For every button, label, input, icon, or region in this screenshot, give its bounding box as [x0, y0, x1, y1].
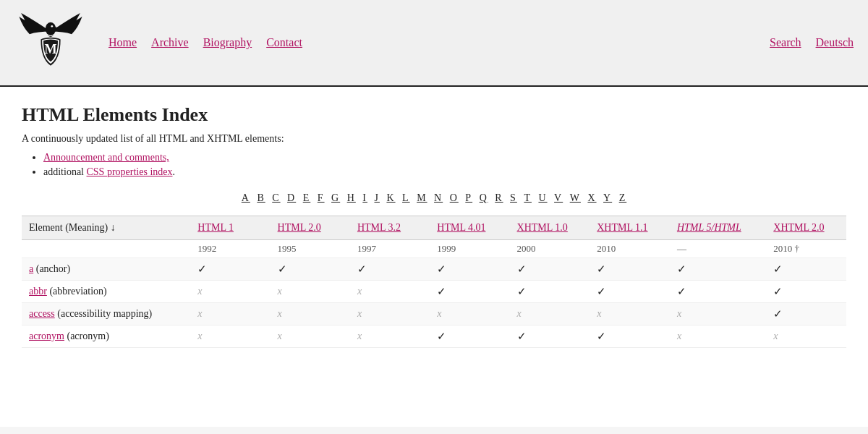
nav-home[interactable]: Home [109, 36, 137, 49]
alpha-link-h[interactable]: H [347, 192, 356, 203]
content: HTML Elements Index A continuously updat… [0, 87, 868, 427]
element-cell: access (accessibility mapping) [22, 303, 190, 326]
alpha-link-j[interactable]: J [374, 192, 379, 203]
value-cell: ✓ [430, 326, 509, 348]
year-1997: 1997 [350, 240, 430, 258]
element-cell: acronym (acronym) [22, 326, 190, 348]
nav-biography[interactable]: Biography [203, 36, 252, 49]
element-cell: abbr (abbreviation) [22, 281, 190, 303]
header-left: M Home Archive Biography Contact [14, 7, 302, 79]
search-link[interactable]: Search [770, 36, 801, 49]
value-cell: ✓ [590, 258, 670, 281]
year-empty [22, 240, 190, 258]
header: M Home Archive Biography Contact Search … [0, 0, 868, 87]
site-logo: M [14, 7, 87, 79]
alpha-link-p[interactable]: P [465, 192, 472, 203]
alpha-link-d[interactable]: D [287, 192, 296, 203]
alpha-link-c[interactable]: C [272, 192, 280, 203]
alpha-link-k[interactable]: K [386, 192, 395, 203]
element-cell: a (anchor) [22, 258, 190, 281]
deutsch-link[interactable]: Deutsch [816, 36, 854, 49]
col-element: Element (Meaning) ↓ [22, 216, 190, 240]
value-cell: x [670, 326, 766, 348]
table-body: a (anchor)✓✓✓✓✓✓✓✓abbr (abbreviation)xxx… [22, 258, 846, 348]
value-cell: x [190, 326, 270, 348]
svg-text:M: M [44, 42, 56, 56]
col-html1: HTML 1 [190, 216, 270, 240]
alpha-link-o[interactable]: O [450, 192, 459, 203]
col-html2-link[interactable]: HTML 2.0 [278, 222, 321, 233]
value-cell: x [510, 303, 590, 326]
page-title: HTML Elements Index [22, 104, 846, 126]
alpha-link-w[interactable]: W [570, 192, 581, 203]
element-link[interactable]: access [29, 308, 55, 319]
alpha-link-m[interactable]: M [417, 192, 427, 203]
alpha-link-t[interactable]: T [524, 192, 532, 203]
value-cell: ✓ [590, 281, 670, 303]
alpha-link-e[interactable]: E [303, 192, 311, 203]
alpha-link-r[interactable]: R [495, 192, 503, 203]
value-cell: x [350, 303, 430, 326]
value-cell: ✓ [430, 258, 509, 281]
table-header-row: Element (Meaning) ↓ HTML 1 HTML 2.0 HTML… [22, 216, 846, 240]
additional-prefix: additional [43, 166, 87, 177]
col-html401-link[interactable]: HTML 4.01 [437, 222, 485, 233]
element-meaning: (anchor) [33, 263, 70, 274]
element-link[interactable]: acronym [29, 331, 64, 341]
alpha-link-y[interactable]: Y [603, 192, 612, 203]
alpha-link-i[interactable]: I [362, 192, 367, 203]
table-year-row: 1992 1995 1997 1999 2000 2010 — 2010 † [22, 240, 846, 258]
year-1995: 1995 [271, 240, 350, 258]
element-link[interactable]: abbr [29, 286, 47, 297]
year-2010: 2010 [590, 240, 670, 258]
alpha-link-f[interactable]: F [318, 192, 325, 203]
announcement-link[interactable]: Announcement and comments, [43, 152, 169, 163]
alpha-link-q[interactable]: Q [480, 192, 488, 203]
links-list: Announcement and comments, additional CS… [22, 152, 846, 178]
col-html32-link[interactable]: HTML 3.2 [357, 222, 401, 233]
value-cell: x [590, 303, 670, 326]
col-html2: HTML 2.0 [271, 216, 350, 240]
nav-archive[interactable]: Archive [151, 36, 189, 49]
alpha-link-b[interactable]: B [257, 192, 265, 203]
alpha-link-v[interactable]: V [554, 192, 563, 203]
col-xhtml10: XHTML 1.0 [510, 216, 590, 240]
alpha-link-s[interactable]: S [510, 192, 517, 203]
value-cell: x [766, 326, 846, 348]
alpha-link-u[interactable]: U [538, 192, 547, 203]
year-dash: — [670, 240, 766, 258]
element-meaning: (accessibility mapping) [55, 308, 153, 319]
nav-contact[interactable]: Contact [266, 36, 302, 49]
alpha-link-l[interactable]: L [402, 192, 410, 203]
alpha-link-g[interactable]: G [331, 192, 340, 203]
col-xhtml11-link[interactable]: XHTML 1.1 [597, 222, 647, 233]
value-cell: ✓ [766, 258, 846, 281]
value-cell: ✓ [350, 258, 430, 281]
col-xhtml20-link[interactable]: XHTML 2.0 [773, 222, 824, 233]
value-cell: ✓ [670, 281, 766, 303]
value-cell: x [271, 326, 350, 348]
value-cell: x [190, 281, 270, 303]
svg-point-0 [46, 22, 56, 35]
header-right: Search Deutsch [770, 36, 854, 49]
svg-point-1 [51, 25, 53, 27]
alpha-link-z[interactable]: Z [619, 192, 627, 203]
value-cell: ✓ [590, 326, 670, 348]
value-cell: ✓ [430, 281, 509, 303]
alpha-link-a[interactable]: A [242, 192, 250, 203]
table-row: abbr (abbreviation)xxx✓✓✓✓✓ [22, 281, 846, 303]
table-row: acronym (acronym)xxx✓✓✓xx [22, 326, 846, 348]
logo-area[interactable]: M [14, 7, 87, 79]
col-xhtml10-link[interactable]: XHTML 1.0 [517, 222, 568, 233]
value-cell: ✓ [510, 258, 590, 281]
value-cell: x [430, 303, 509, 326]
col-html1-link[interactable]: HTML 1 [197, 222, 234, 233]
col-html5: HTML 5/HTML [670, 216, 766, 240]
css-index-link[interactable]: CSS properties index [87, 166, 173, 177]
alpha-link-x[interactable]: X [587, 192, 596, 203]
col-html401: HTML 4.01 [430, 216, 509, 240]
col-html5-link[interactable]: HTML 5/HTML [677, 222, 741, 233]
year-1992: 1992 [190, 240, 270, 258]
alpha-link-n[interactable]: N [434, 192, 443, 203]
page-description: A continuously updated list of all HTML … [22, 133, 846, 145]
